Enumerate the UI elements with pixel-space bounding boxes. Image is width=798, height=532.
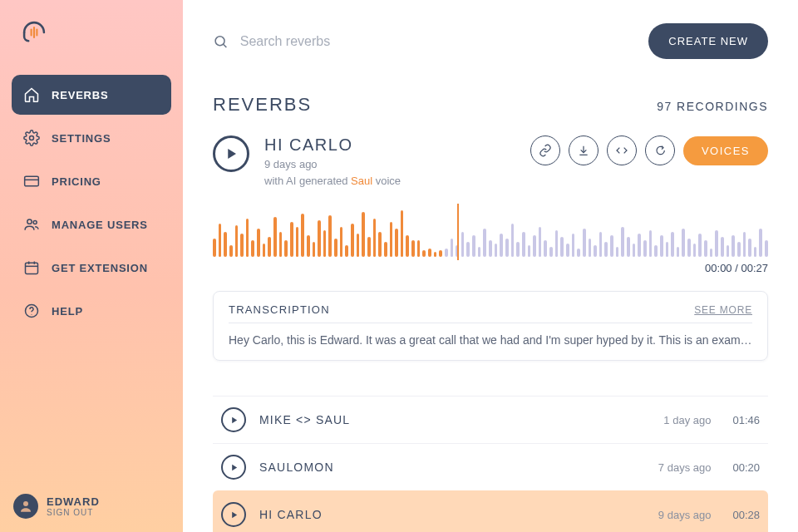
help-icon [23,303,40,319]
wave-bar [698,234,702,257]
download-button[interactable] [569,135,598,165]
wave-bar [378,232,382,257]
svg-rect-4 [25,176,39,186]
featured-recording: HI CARLO 9 days ago with AI generated Sa… [213,135,768,532]
gear-icon [23,130,40,146]
sidebar-item-label: PRICING [52,175,101,188]
wave-bar [406,235,409,257]
wave-bar [528,245,531,257]
sidebar-item-settings[interactable]: SETTINGS [12,118,171,158]
featured-subline-suffix: voice [372,175,401,187]
main: CREATE NEW REVERBS 97 RECORDINGS HI CARL… [183,0,798,532]
wave-bar [671,232,674,257]
sidebar-item-reverbs[interactable]: REVERBS [12,75,171,115]
sidebar-item-help[interactable]: HELP [12,291,171,331]
play-button-row[interactable] [221,455,246,480]
wave-bar [213,239,216,257]
play-icon [229,463,239,472]
playhead[interactable] [457,204,459,260]
search [213,33,635,50]
wave-bar [765,240,768,257]
wave-bar [604,242,608,257]
wave-bar [367,237,371,257]
wave-bar [334,239,337,257]
wave-bar [759,229,762,257]
search-icon [213,33,229,50]
wave-bar [533,235,536,257]
wave-bar [434,252,437,257]
wave-bar [284,240,288,257]
recording-title: HI CARLO [259,508,645,521]
avatar[interactable] [13,494,38,519]
sidebar-item-pricing[interactable]: PRICING [12,161,171,201]
users-icon [23,216,40,233]
wave-bar [401,210,404,257]
waveform[interactable] [213,207,768,257]
sign-out-link[interactable]: SIGN OUT [47,508,100,517]
wave-bar [273,217,277,257]
play-icon [224,146,239,161]
recording-duration: 00:20 [732,461,760,474]
play-button-row[interactable] [221,502,246,527]
wave-bar [318,220,321,257]
wave-bar [511,224,515,257]
svg-point-3 [30,136,34,140]
list-item[interactable]: MIKE <> SAUL 1 day ago 01:46 [213,396,768,443]
wave-bar [594,245,597,257]
wave-bar [451,239,454,257]
sidebar-item-label: SETTINGS [52,132,111,145]
sidebar-item-get-extension[interactable]: GET EXTENSION [12,248,171,288]
wave-bar [323,230,327,257]
transcription-card: TRANSCRIPTION SEE MORE Hey Carlo, this i… [213,291,768,361]
wave-bar [577,249,580,257]
embed-button[interactable] [607,135,637,165]
wave-bar [666,242,669,257]
nav: REVERBS SETTINGS PRICING MANAGE USERS GE… [0,75,183,331]
wave-bar [748,239,751,257]
create-new-button[interactable]: CREATE NEW [648,23,768,59]
wave-bar [251,240,254,257]
svg-point-13 [32,314,32,315]
wave-bar [654,245,658,257]
wave-bar [682,229,685,257]
avatar-icon [18,499,33,514]
wave-bar [246,219,249,257]
search-input[interactable] [240,34,636,49]
list-item[interactable]: SAULOMON 7 days ago 00:20 [213,443,768,490]
svg-point-7 [33,221,37,224]
wave-bar [589,239,592,257]
comment-button[interactable] [645,135,675,165]
transcription-text: Hey Carlo, this is Edward. It was a grea… [229,333,752,347]
wave-bar [345,245,348,257]
wave-bar [235,225,239,257]
wave-bar [649,230,653,257]
see-more-link[interactable]: SEE MORE [694,304,752,316]
recording-title: MIKE <> SAUL [259,413,650,426]
wave-bar [727,245,730,257]
wave-bar [224,232,227,257]
user-section: EDWARD SIGN OUT [13,494,100,519]
logo [0,0,183,75]
wave-bar [495,244,498,257]
list-item[interactable]: HI CARLO 9 days ago 00:28 [213,490,768,532]
wave-bar [704,240,707,257]
play-button-row[interactable] [221,407,246,432]
wave-bar [621,227,624,257]
featured-meta: HI CARLO 9 days ago with AI generated Sa… [264,135,515,189]
wave-bar [522,232,525,257]
home-icon [23,86,40,103]
logo-icon [20,18,48,47]
wave-bar [439,250,442,257]
voices-button[interactable]: VOICES [683,136,768,165]
wave-bar [555,230,559,257]
transcription-title: TRANSCRIPTION [229,303,330,316]
wave-bar [560,237,564,257]
play-button[interactable] [213,135,249,172]
recording-duration: 00:28 [732,509,760,521]
sidebar-item-manage-users[interactable]: MANAGE USERS [12,204,171,244]
wave-bar [627,237,630,257]
wave-bar [478,247,481,257]
calendar-icon [23,259,40,276]
link-button[interactable] [530,135,560,165]
wave-bar [693,244,697,257]
